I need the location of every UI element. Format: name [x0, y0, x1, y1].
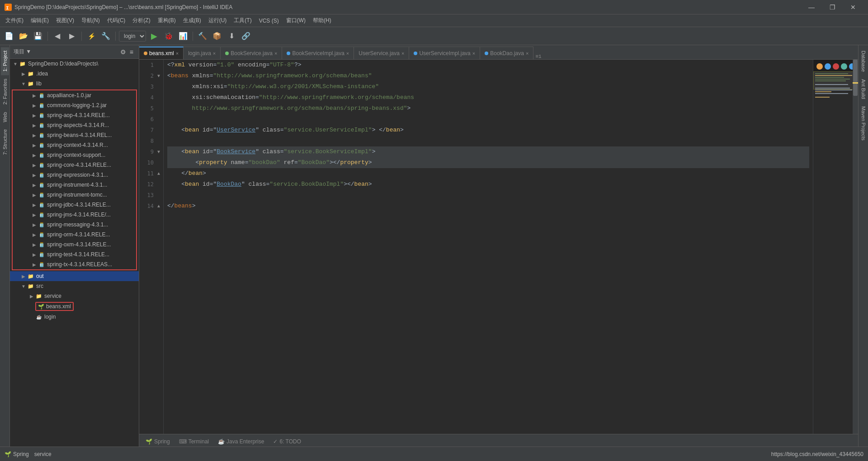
editor-scrollbar-thumb[interactable] — [853, 60, 858, 96]
tab-close-beans[interactable]: × — [176, 51, 179, 56]
menu-item-navigate[interactable]: 导航(N) — [78, 15, 104, 26]
close-button[interactable]: ✕ — [843, 0, 863, 14]
tree-lib-item-14[interactable]: ▶ 🫙 spring-orm-4.3.14.RELE... — [13, 230, 136, 240]
debug-button[interactable]: 🐞 — [162, 30, 175, 42]
tree-lib-folder[interactable]: ▼ 📁 lib — [10, 79, 139, 89]
btm-tab-java-enterprise[interactable]: ☕ Java Enterprise — [213, 436, 269, 447]
menu-item-run[interactable]: 运行(U) — [205, 15, 231, 26]
tab-bookservice-java[interactable]: BookService.java × — [221, 47, 282, 59]
tab-label-bookserviceimpl: BookServiceImpl.java — [292, 50, 344, 56]
tree-lib-item-9[interactable]: ▶ 🫙 spring-instrument-4.3.1... — [13, 180, 136, 190]
color-btn-red[interactable] — [833, 63, 839, 70]
right-tab-maven[interactable]: Maven Projects — [859, 103, 868, 144]
toolbar-new-button[interactable]: 📄 — [3, 30, 15, 42]
tab-close-userserviceimpl[interactable]: × — [472, 51, 475, 56]
toolbar-forward-button[interactable]: ▶ — [66, 30, 78, 42]
tree-lib-item-7[interactable]: ▶ 🫙 spring-core-4.3.14.RELE... — [13, 160, 136, 170]
tree-src-folder[interactable]: ▼ 📁 src — [10, 281, 139, 291]
tree-lib-item-6[interactable]: ▶ 🫙 spring-context-support... — [13, 150, 136, 160]
menu-item-edit[interactable]: 编辑(E) — [27, 15, 52, 26]
tree-root[interactable]: ▼ 📁 SpringDemo D:\IdeaProjects\ — [10, 59, 139, 69]
menu-item-file[interactable]: 文件(E) — [2, 15, 27, 26]
tree-lib-item-15[interactable]: ▶ 🫙 spring-oxm-4.3.14.RELE... — [13, 240, 136, 249]
jar-icon-5: 🫙 — [38, 141, 45, 149]
sidebar-tab-structure[interactable]: 7: Structure — [1, 126, 9, 159]
tab-userserviceimpl[interactable]: UserServiceImpl.java × — [409, 47, 480, 59]
tab-bookserviceimpl[interactable]: BookServiceImpl.java × — [282, 47, 354, 59]
tree-lib-item-2[interactable]: ▶ 🫙 spring-aop-4.3.14.RELE... — [13, 110, 136, 120]
toolbar-search-button[interactable]: ⚡ — [85, 30, 98, 42]
tree-lib-item-3[interactable]: ▶ 🫙 spring-aspects-4.3.14.R... — [13, 120, 136, 130]
tree-beans-xml-item[interactable]: 🌱 beans.xml — [10, 301, 139, 312]
tree-out-folder[interactable]: ▶ 📁 out — [10, 271, 139, 281]
editor-scrollbar[interactable] — [853, 60, 858, 434]
tree-lib-item-17[interactable]: ▶ 🫙 spring-tx-4.3.14.RELEAS... — [13, 259, 136, 269]
toolbar-structure-button[interactable]: 🔧 — [99, 30, 112, 42]
sidebar-tab-project[interactable]: 1: Project — [1, 47, 9, 75]
right-tab-ant-build[interactable]: Ant Build — [859, 75, 868, 103]
project-layout-button[interactable]: ≡ — [128, 47, 135, 56]
toolbar-extra2[interactable]: 📦 — [211, 30, 223, 42]
run-config-select[interactable]: login — [119, 31, 146, 42]
right-tab-database[interactable]: Database — [859, 47, 868, 75]
menu-item-code[interactable]: 代码(C) — [104, 15, 129, 26]
maximize-button[interactable]: ❐ — [822, 0, 843, 14]
toolbar-extra4[interactable]: 🔗 — [240, 30, 252, 42]
tree-lib-item-5[interactable]: ▶ 🫙 spring-context-4.3.14.R... — [13, 140, 136, 150]
toolbar-extra1[interactable]: 🔨 — [196, 30, 209, 42]
btm-tab-terminal[interactable]: ⌨ Terminal — [175, 436, 213, 447]
tree-lib-item-13[interactable]: ▶ 🫙 spring-messaging-4.3.1... — [13, 220, 136, 230]
fold-arrow-2[interactable]: ▼ — [156, 71, 162, 81]
tree-lib-item-10[interactable]: ▶ 🫙 spring-instrument-tomc... — [13, 190, 136, 200]
toolbar-save-button[interactable]: 💾 — [32, 30, 44, 42]
minimize-button[interactable]: — — [801, 0, 822, 14]
tree-lib-item-12[interactable]: ▶ 🫙 spring-jms-4.3.14.RELE/... — [13, 210, 136, 220]
status-url[interactable]: https://blog.csdn.net/weixin_43445650 — [771, 451, 863, 457]
menu-item-tools[interactable]: 工具(T) — [230, 15, 255, 26]
tab-userservice[interactable]: UserService.java × — [354, 47, 409, 59]
toolbar-open-button[interactable]: 📂 — [17, 30, 30, 42]
tab-close-login[interactable]: × — [213, 51, 216, 56]
tree-lib-item-1[interactable]: ▶ 🫙 commons-logging-1.2.jar — [13, 100, 136, 110]
tree-lib-item-4[interactable]: ▶ 🫙 spring-beans-4.3.14.REL... — [13, 130, 136, 140]
tree-lib-item-11[interactable]: ▶ 🫙 spring-jdbc-4.3.14.RELE... — [13, 200, 136, 210]
coverage-button[interactable]: 📊 — [177, 30, 189, 42]
menu-item-analyze[interactable]: 分析(Z) — [129, 15, 154, 26]
tree-lib-item-8[interactable]: ▶ 🫙 spring-expression-4.3.1... — [13, 170, 136, 180]
tab-close-bookserviceimpl[interactable]: × — [346, 51, 349, 56]
fold-arrow-14[interactable]: ▲ — [156, 201, 162, 212]
color-btn-orange[interactable] — [816, 63, 823, 70]
menu-item-help[interactable]: 帮助(H) — [309, 15, 335, 26]
sidebar-tab-web[interactable]: Web — [1, 108, 9, 126]
btm-tab-spring[interactable]: 🌱 Spring — [141, 436, 175, 447]
menu-item-window[interactable]: 窗口(W) — [283, 15, 309, 26]
run-button[interactable]: ▶ — [148, 30, 160, 42]
tab-beans-xml[interactable]: beans.xml × — [139, 47, 184, 59]
sidebar-tab-favorites[interactable]: 2: Favorites — [1, 75, 9, 108]
fold-arrow-9[interactable]: ▼ — [156, 146, 162, 157]
status-spring[interactable]: 🌱 Spring — [5, 451, 29, 457]
menu-item-view[interactable]: 视图(V) — [52, 15, 78, 26]
tree-idea-folder[interactable]: ▶ 📁 .idea — [10, 69, 139, 79]
color-btn-teal[interactable] — [841, 63, 847, 70]
menu-item-refactor[interactable]: 重构(B) — [154, 15, 179, 26]
tree-service-folder[interactable]: ▶ 📁 service — [10, 291, 139, 301]
color-btn-blue1[interactable] — [825, 63, 831, 70]
tab-bookdao[interactable]: BookDao.java × — [480, 47, 533, 59]
project-settings-button[interactable]: ⚙ — [118, 47, 128, 56]
tab-close-bookdao[interactable]: × — [526, 51, 528, 56]
tree-lib-item-16[interactable]: ▶ 🫙 spring-test-4.3.14.RELE... — [13, 249, 136, 259]
fold-arrow-11[interactable]: ▲ — [156, 168, 162, 179]
toolbar-extra3[interactable]: ⬇ — [225, 30, 238, 42]
toolbar-back-button[interactable]: ◀ — [51, 30, 64, 42]
tab-overflow-count[interactable]: ≡1 — [535, 54, 541, 59]
tab-close-userservice[interactable]: × — [401, 51, 404, 56]
tree-lib-item-0[interactable]: ▶ 🫙 aopalliance-1.0.jar — [13, 90, 136, 100]
btm-tab-todo[interactable]: ✓ 6: TODO — [269, 436, 306, 447]
code-content[interactable]: <?xml version="1.0" encoding="UTF-8"?> <… — [164, 60, 813, 434]
tab-login-java[interactable]: login.java × — [184, 47, 221, 59]
tree-login-file[interactable]: ☕ login — [10, 312, 139, 322]
menu-item-vcs[interactable]: VCS (S) — [255, 16, 283, 26]
menu-item-generate[interactable]: 生成(B) — [179, 15, 205, 26]
tab-close-bookservice[interactable]: × — [274, 51, 277, 56]
